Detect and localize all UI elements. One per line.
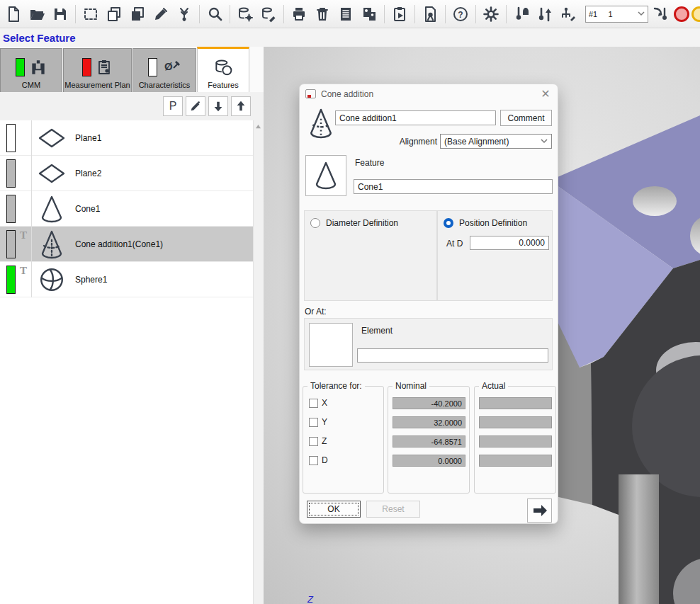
tag-glyph: T [20,229,27,241]
close-icon[interactable]: ✕ [539,87,552,101]
tolerance-x-checkbox[interactable] [309,399,318,408]
alignment-select[interactable]: (Base Alignment) [440,134,552,149]
position-definition-radio[interactable] [444,218,453,228]
ok-button-label: OK [327,504,339,514]
move-up-button[interactable] [231,96,251,116]
dialog-titlebar[interactable]: Cone addition ✕ [300,84,558,103]
paste-icon[interactable] [127,3,148,25]
probe-selector-value: #1 1 [589,10,638,18]
diameter-definition-label: Diameter Definition [326,218,398,228]
at-d-input[interactable]: 0.0000 [470,236,549,250]
copy-icon[interactable] [103,3,125,25]
cmm-machine-icon [29,58,47,76]
feature-input[interactable]: Cone1 [354,179,553,194]
next-button[interactable] [527,498,552,523]
probe-selector[interactable]: #1 1 [585,6,648,23]
probe-tree-edit-icon[interactable] [558,3,579,25]
tab-label: Characteristics [139,81,191,89]
search-icon[interactable] [204,3,225,25]
status-swatch [6,195,16,223]
probe-change-icon[interactable] [650,3,672,25]
toolbar-separator [384,5,385,23]
diameter-definition-radio[interactable] [310,218,320,228]
move-down-button[interactable] [208,96,228,116]
feature-row-plane1[interactable]: Plane1 [0,120,253,156]
settings-icon[interactable] [480,3,502,25]
nominal-d-field: 0.0000 [393,455,465,467]
pattern-icon[interactable] [174,3,195,25]
page-title: Select Feature [3,32,76,44]
delete-icon[interactable] [312,3,333,25]
tag-glyph: T [20,265,27,277]
feature-row-plane2[interactable]: Plane2 [0,156,253,191]
tolerance-z-checkbox[interactable] [309,437,318,446]
chevron-down-icon [541,139,548,144]
new-document-icon[interactable] [3,3,24,25]
feature-settings-icon[interactable] [235,3,256,25]
element-preview-box[interactable] [309,323,353,367]
features-icon [213,58,233,76]
report-icon[interactable] [335,3,356,25]
probe-move-icon[interactable] [534,3,555,25]
status-swatch [6,159,16,188]
copy-report-icon[interactable] [359,3,380,25]
tolerance-y-checkbox[interactable] [309,418,318,427]
brush-icon[interactable] [150,3,171,25]
nominal-group: Nominal -40.2000 32.0000 -64.8571 0.0000 [388,386,470,494]
or-at-label: Or At: [305,307,327,317]
toolbar-separator [230,5,230,23]
feature-list-toolbar: P [0,92,264,120]
scroll-up-icon[interactable] [255,124,261,129]
toolbar-separator [445,5,446,23]
status-red-indicator[interactable] [674,6,689,22]
print-icon[interactable] [288,3,310,25]
feature-edit-icon[interactable] [258,3,279,25]
actual-d-field [479,455,552,467]
feature-row-sphere1[interactable]: T Sphere1 [0,262,253,297]
status-yellow-indicator[interactable] [691,6,700,22]
reset-button[interactable]: Reset [366,501,420,518]
feature-type-button[interactable] [305,155,346,196]
name-input[interactable]: Cone addition1 [335,110,496,125]
status-swatch [6,230,16,258]
sphere-icon [38,266,65,293]
comment-button[interactable]: Comment [500,110,552,126]
tolerance-d-checkbox[interactable] [309,456,318,465]
element-label: Element [361,326,393,336]
feature-row-cone1[interactable]: Cone1 [0,191,253,227]
tab-features[interactable]: Features [197,47,249,92]
feature-list-scrollbar[interactable] [253,120,264,604]
dialog-title: Cone addition [321,89,539,99]
certificate-icon[interactable] [419,3,441,25]
nominal-y-field: 32.0000 [393,416,465,428]
tab-cmm[interactable]: CMM [0,48,62,92]
feature-label: Plane2 [75,169,101,178]
status-swatch [6,266,16,294]
open-icon[interactable] [26,3,47,25]
select-region-icon[interactable] [80,3,101,25]
feature-row-cone-addition1[interactable]: T Cone addition1(Cone1) [0,227,253,262]
plane-icon [36,126,67,150]
probe-manual-icon[interactable] [511,3,532,25]
ok-button[interactable]: OK [307,501,361,518]
element-input[interactable] [357,348,548,363]
at-d-label: At D [446,239,463,249]
actual-y-field [479,416,552,428]
p-button-label: P [169,100,177,113]
toolbar-separator [414,5,415,23]
actual-z-field [479,435,552,448]
comment-button-label: Comment [507,113,544,123]
nominal-z-field: -64.8571 [393,435,465,448]
edit-button[interactable] [186,96,205,116]
tab-characteristics[interactable]: Ø Characteristics [132,48,196,92]
tab-measurement-plan[interactable]: Measurement Plan [63,48,132,92]
p-button[interactable]: P [163,96,183,116]
run-plan-icon[interactable] [389,3,410,25]
save-icon[interactable] [50,3,71,25]
alignment-value: (Base Alignment) [444,137,541,147]
nominal-label: Nominal [393,381,429,391]
help-icon[interactable]: ? [450,3,471,25]
tabstrip: CMM Measurement Plan Ø Characteristics F… [0,47,264,92]
svg-text:Ø: Ø [164,60,173,72]
plane-icon [36,161,67,186]
